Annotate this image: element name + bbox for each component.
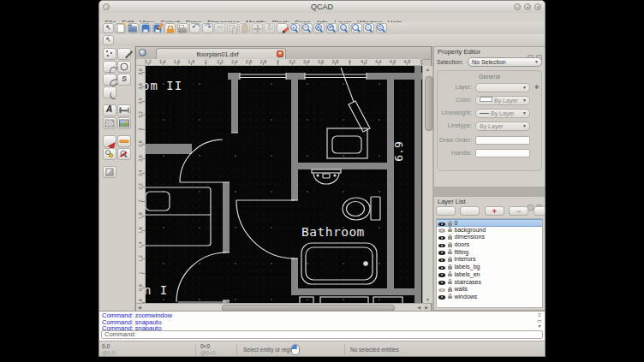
line-tool-button[interactable] (117, 48, 131, 60)
point-tool-button[interactable] (103, 48, 116, 60)
linetype-combobox[interactable]: By Layer ▼ (475, 122, 530, 131)
polyline-tool-button[interactable] (103, 86, 116, 98)
layer-row-dimensions[interactable]: dimensions (437, 234, 542, 241)
lock-icon[interactable] (448, 229, 452, 233)
pan-zoom-button[interactable] (351, 23, 362, 33)
hatch-tool-button[interactable] (103, 117, 116, 129)
scroll-right-icon[interactable]: ▶ (425, 305, 428, 310)
eye-icon[interactable] (438, 251, 445, 255)
eye-off-icon[interactable] (438, 228, 445, 233)
blocks-tool-button[interactable] (103, 148, 116, 160)
copy-button[interactable] (227, 23, 238, 33)
eye-icon[interactable] (438, 258, 445, 263)
cut-button[interactable] (214, 23, 225, 33)
scroll-left-icon[interactable]: ◀ (138, 305, 141, 310)
edit-layer-button[interactable] (534, 206, 546, 216)
scroll-left2-icon[interactable]: ◀ (417, 305, 420, 310)
cube-tool-button[interactable] (103, 166, 116, 178)
layer-row-walls[interactable]: walls (437, 286, 542, 294)
scroll-down-icon[interactable]: ▼ (423, 297, 432, 302)
draworder-input[interactable] (475, 136, 530, 145)
lock-icon[interactable] (448, 244, 452, 247)
hide-all-layers-button[interactable] (460, 206, 480, 216)
layer-combobox[interactable]: ▼ (475, 83, 530, 92)
previous-view-button[interactable] (326, 23, 337, 33)
selection-pointer-button[interactable] (103, 35, 114, 45)
open-file-button[interactable] (128, 23, 139, 33)
drawing-canvas[interactable]: om II n I Bathroom 6.9 (146, 66, 422, 303)
color-combobox[interactable]: By Layer ▼ (475, 96, 530, 105)
tab-close-button[interactable]: × (277, 50, 283, 57)
spline-tool-button[interactable] (117, 74, 131, 86)
lock-icon[interactable] (448, 282, 452, 285)
lock-icon[interactable] (448, 274, 452, 277)
lock-icon[interactable] (448, 296, 452, 300)
print-button[interactable] (177, 23, 188, 33)
move-button[interactable] (252, 23, 263, 33)
layer-row-staircases[interactable]: staircases (437, 279, 542, 287)
eye-icon[interactable] (438, 236, 445, 240)
eye-icon[interactable] (438, 281, 445, 285)
redo-button[interactable] (202, 23, 213, 33)
zoom-selection-button[interactable] (363, 23, 374, 33)
save-as-button[interactable] (152, 23, 164, 33)
new-file-button[interactable] (115, 23, 126, 33)
eye-icon[interactable] (438, 273, 445, 277)
auto-zoom-button[interactable] (313, 23, 325, 33)
selection-combobox[interactable]: No Selection ▼ (468, 57, 542, 67)
show-all-layers-button[interactable] (436, 206, 456, 216)
horizontal-scrollbar[interactable]: ◀ ◀ ▶ (136, 303, 431, 311)
lock-icon[interactable] (448, 258, 452, 262)
lock-icon[interactable] (448, 236, 452, 240)
command-input[interactable]: Command: (101, 330, 543, 339)
layer-row-interiors[interactable]: interiors (437, 256, 542, 264)
scroll-up-icon[interactable]: ▲ (423, 67, 432, 72)
layer-row-background[interactable]: background (437, 227, 542, 234)
layer-row-fitting[interactable]: fitting (437, 249, 542, 257)
window-zoom-button[interactable] (338, 23, 349, 33)
layer-row-windows[interactable]: windows (437, 294, 542, 301)
close-button[interactable]: × (534, 3, 541, 10)
zoom-out-button[interactable] (301, 23, 313, 33)
save-button[interactable] (140, 23, 151, 33)
lock-button[interactable] (164, 23, 176, 33)
document-tab[interactable]: floorplan01.dxf × (156, 48, 286, 59)
vertical-scrollbar[interactable]: ▲ ▼ (422, 66, 432, 303)
maximize-button[interactable]: + (524, 3, 531, 10)
command-collapse-icon[interactable]: ▾ (536, 323, 543, 329)
trim-tool-button[interactable] (117, 135, 131, 147)
lock-icon[interactable] (448, 288, 452, 292)
image-tool-button[interactable] (117, 117, 131, 129)
lock-icon[interactable] (448, 223, 452, 226)
modify-tool-button[interactable] (103, 135, 116, 147)
add-layer-button[interactable]: + (485, 206, 504, 216)
rotate-button[interactable] (264, 23, 275, 33)
handle-input[interactable] (475, 149, 530, 157)
lock-icon[interactable] (448, 266, 452, 270)
zoom-in-button[interactable] (289, 23, 300, 33)
layer-row-0[interactable]: 0 (437, 219, 542, 227)
eye-icon[interactable] (438, 244, 445, 248)
minimize-button[interactable]: − (514, 3, 521, 10)
undo-button[interactable] (189, 23, 200, 33)
arc-tool-button[interactable] (103, 61, 116, 73)
eye-icon[interactable] (438, 295, 445, 300)
ellipse-tool-button[interactable] (103, 74, 116, 86)
layer-row-doors[interactable]: doors (437, 241, 542, 249)
dimension-tool-button[interactable] (117, 104, 131, 116)
vertical-scroll-thumb[interactable] (425, 76, 433, 131)
lineweight-combobox[interactable]: By Layer ▼ (475, 109, 530, 118)
eye-icon[interactable] (438, 266, 445, 270)
draw-pen-button[interactable] (277, 23, 288, 33)
layer-row-labels_en[interactable]: labels_en (437, 271, 542, 279)
info-tool-button[interactable] (117, 148, 131, 160)
paste-button[interactable] (239, 23, 250, 33)
add-layer-button[interactable]: ✚ (534, 84, 540, 91)
reset-pointer-button[interactable] (103, 23, 114, 33)
circle-tool-button[interactable] (117, 61, 131, 73)
eye-off-icon[interactable] (438, 288, 445, 293)
layer-row-labels_bg[interactable]: labels_bg (437, 264, 542, 271)
zoom-page-button[interactable] (376, 23, 387, 33)
eye-icon[interactable] (438, 223, 445, 227)
text-tool-button[interactable] (103, 104, 116, 116)
